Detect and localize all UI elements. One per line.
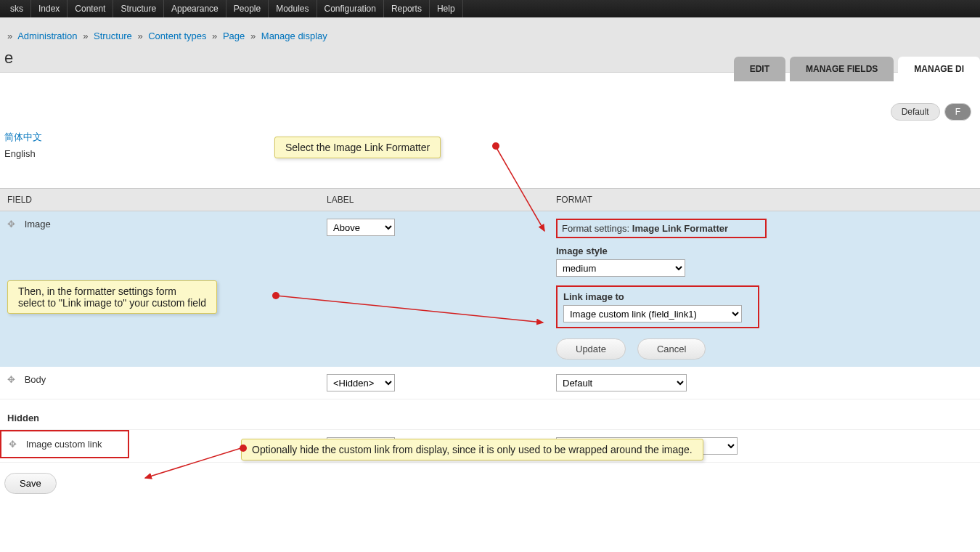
breadcrumb-link[interactable]: Structure	[94, 31, 132, 41]
toolbar-item[interactable]: Configuration	[317, 0, 384, 17]
breadcrumb-sep: »	[250, 31, 256, 41]
link-image-to-select[interactable]: Image custom link (field_link1)	[563, 305, 742, 322]
toolbar-item[interactable]: Index	[31, 0, 68, 17]
annotation-dot	[240, 445, 247, 452]
update-button[interactable]: Update	[556, 338, 626, 360]
toolbar-item[interactable]: People	[226, 0, 269, 17]
breadcrumb-link[interactable]: Administration	[17, 31, 77, 41]
label-select-body[interactable]: <Hidden>	[327, 374, 395, 391]
th-field: FIELD	[0, 189, 319, 211]
breadcrumb: » Administration » Structure » Content t…	[4, 31, 980, 41]
toolbar-item[interactable]: Content	[68, 0, 113, 17]
cancel-button[interactable]: Cancel	[637, 338, 706, 360]
annotation-select-formatter: Select the Image Link Formatter	[274, 137, 441, 158]
image-style-select[interactable]: medium	[556, 259, 685, 277]
field-name: Body	[25, 374, 46, 385]
breadcrumb-link[interactable]: Manage display	[261, 31, 327, 41]
toolbar-item[interactable]: Appearance	[164, 0, 226, 17]
field-row-body: ✥ Body <Hidden> Default	[0, 367, 980, 399]
annotation-hide-link: Optionally hide the custom link from dis…	[241, 439, 703, 460]
format-settings-header: Format settings: Image Link Formatter	[556, 219, 767, 238]
actions-row: Save	[0, 463, 980, 504]
toolbar-item[interactable]: Help	[430, 0, 463, 17]
hidden-region-header: Hidden	[0, 399, 980, 430]
breadcrumb-sep: »	[7, 31, 12, 41]
drag-handle-icon[interactable]: ✥	[9, 439, 19, 449]
th-label: LABEL	[319, 189, 549, 211]
breadcrumb-sep: »	[137, 31, 142, 41]
th-format: FORMAT	[549, 189, 980, 211]
format-settings-panel: Format settings: Image Link Formatter Im…	[556, 219, 973, 360]
display-fields-table: FIELD LABEL FORMAT ✥ Image Above Format …	[0, 188, 980, 463]
save-button[interactable]: Save	[4, 473, 57, 494]
tab-manage-display[interactable]: MANAGE DI	[898, 57, 980, 81]
image-style-group: Image style medium	[556, 245, 973, 277]
breadcrumb-sep: »	[212, 31, 217, 41]
field-name: Image	[25, 219, 51, 230]
breadcrumb-link[interactable]: Page	[223, 31, 245, 41]
toolbar-item[interactable]: Modules	[269, 0, 317, 17]
lang-zh[interactable]: 简体中文	[4, 131, 980, 144]
secondary-tabs: Default F	[891, 103, 971, 121]
tab-edit[interactable]: EDIT	[734, 57, 785, 81]
formatter-name: Image Link Formatter	[632, 223, 728, 234]
drag-handle-icon[interactable]: ✥	[7, 374, 17, 384]
drag-handle-icon[interactable]: ✥	[7, 219, 17, 229]
toolbar-item[interactable]: Structure	[113, 0, 164, 17]
tab-manage-fields[interactable]: MANAGE FIELDS	[790, 57, 894, 81]
lang-en: English	[4, 148, 980, 159]
annotation-dot	[492, 142, 499, 150]
annotation-link-to: Then, in the formatter settings form sel…	[7, 280, 217, 314]
image-style-label: Image style	[556, 245, 973, 256]
toolbar-item[interactable]: Reports	[384, 0, 430, 17]
link-image-to-label: Link image to	[563, 291, 752, 302]
label-select-image[interactable]: Above	[327, 219, 395, 236]
breadcrumb-sep: »	[83, 31, 88, 41]
field-name: Image custom link	[26, 439, 102, 450]
format-select-body[interactable]: Default	[556, 374, 687, 391]
link-image-to-group: Link image to Image custom link (field_l…	[556, 285, 759, 328]
toolbar-item[interactable]: sks	[3, 0, 31, 17]
sec-tab-other[interactable]: F	[944, 103, 971, 121]
admin-toolbar: sks Index Content Structure Appearance P…	[0, 0, 980, 17]
annotation-dot	[272, 292, 279, 299]
sec-tab-default[interactable]: Default	[891, 103, 940, 121]
primary-tabs: EDIT MANAGE FIELDS MANAGE DI	[734, 57, 980, 81]
breadcrumb-link[interactable]: Content types	[148, 31, 206, 41]
